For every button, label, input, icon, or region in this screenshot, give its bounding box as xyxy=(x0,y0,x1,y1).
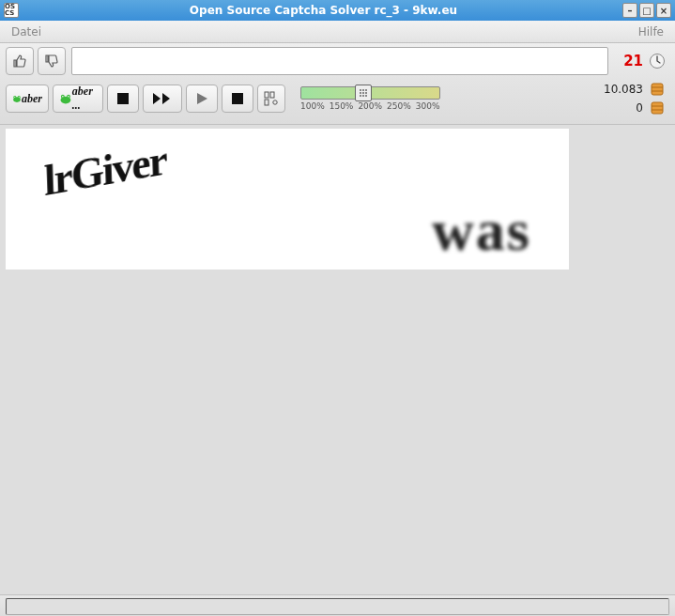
svg-point-10 xyxy=(68,96,69,98)
svg-rect-14 xyxy=(270,92,274,98)
clock-icon xyxy=(649,53,666,69)
window-titlebar: OS CS Open Source Captcha Solver rc_3 - … xyxy=(0,0,675,21)
captcha-word-2: was xyxy=(432,197,531,264)
cookie-icon xyxy=(649,100,666,116)
score-value: 10.083 xyxy=(604,83,643,96)
frog-ellipsis-button[interactable]: aber ... xyxy=(53,85,103,113)
captcha-image: lrGiver was xyxy=(6,129,569,270)
columns-button[interactable] xyxy=(257,85,285,113)
minimize-button[interactable]: – xyxy=(622,3,637,18)
svg-point-16 xyxy=(273,100,277,104)
stop-icon xyxy=(116,92,130,105)
menubar: Datei Hilfe xyxy=(0,21,675,43)
svg-point-18 xyxy=(362,89,364,91)
svg-point-19 xyxy=(365,89,367,91)
thumbs-down-button[interactable] xyxy=(38,47,66,75)
zoom-label: 250% xyxy=(387,101,411,111)
toolbar-row-2: aber aber ... 100% 150% 200% 250% 300% xyxy=(0,79,675,125)
frog-icon xyxy=(12,90,22,107)
menu-file[interactable]: Datei xyxy=(6,23,47,40)
captcha-input[interactable] xyxy=(71,47,608,75)
svg-rect-13 xyxy=(265,92,268,98)
maximize-button[interactable]: □ xyxy=(639,3,654,18)
zoom-label: 200% xyxy=(358,101,382,111)
stats-block-2: 10.083 0 xyxy=(594,81,669,116)
toolbar-row-1: 21 xyxy=(0,43,675,79)
fast-forward-button[interactable] xyxy=(143,85,182,113)
statusbar xyxy=(0,594,675,616)
captcha-word-1: lrGiver xyxy=(43,134,166,206)
svg-point-21 xyxy=(362,92,364,94)
zoom-label: 100% xyxy=(300,101,325,111)
menu-help[interactable]: Hilfe xyxy=(633,23,669,40)
zoom-slider[interactable]: 100% 150% 200% 250% 300% xyxy=(293,86,448,111)
stop-button-1[interactable] xyxy=(107,85,139,113)
play-icon xyxy=(195,92,208,105)
captcha-mini-label: aber xyxy=(22,92,42,106)
stop-button-2[interactable] xyxy=(222,85,253,113)
stats-block: 21 xyxy=(614,53,669,69)
svg-point-20 xyxy=(360,92,361,94)
svg-point-4 xyxy=(14,97,15,98)
close-button[interactable]: × xyxy=(656,3,671,18)
timer-value: 21 xyxy=(623,53,643,69)
thumbs-down-icon xyxy=(44,54,59,69)
cookie-icon xyxy=(649,81,666,98)
zoom-labels: 100% 150% 200% 250% 300% xyxy=(300,101,440,111)
zoom-label: 300% xyxy=(416,101,440,111)
frog-button[interactable]: aber xyxy=(6,85,49,113)
svg-point-22 xyxy=(365,92,367,94)
svg-point-5 xyxy=(19,97,20,98)
coins-value: 0 xyxy=(636,101,643,115)
svg-point-24 xyxy=(362,95,364,97)
app-icon: OS CS xyxy=(4,3,19,18)
zoom-slider-thumb[interactable] xyxy=(355,85,372,101)
thumbs-up-icon xyxy=(12,54,27,69)
play-button[interactable] xyxy=(186,85,218,113)
svg-rect-11 xyxy=(117,93,129,104)
stop-icon xyxy=(231,92,244,105)
svg-point-25 xyxy=(365,95,367,97)
status-text xyxy=(6,598,669,615)
captcha-mini-label: aber ... xyxy=(72,85,97,113)
svg-rect-27 xyxy=(652,102,663,114)
fast-forward-icon xyxy=(152,92,173,105)
svg-point-9 xyxy=(62,96,64,98)
zoom-label: 150% xyxy=(330,101,354,111)
content-area: lrGiver was xyxy=(0,125,675,594)
grip-icon xyxy=(359,88,368,98)
svg-rect-15 xyxy=(265,100,268,105)
thumbs-up-button[interactable] xyxy=(6,47,34,75)
svg-point-23 xyxy=(360,95,361,97)
svg-rect-26 xyxy=(652,84,663,95)
frog-icon xyxy=(59,90,72,107)
svg-rect-12 xyxy=(232,93,243,104)
columns-icon xyxy=(264,91,279,106)
svg-point-17 xyxy=(360,89,361,91)
window-title: Open Source Captcha Solver rc_3 - 9kw.eu xyxy=(24,4,622,17)
